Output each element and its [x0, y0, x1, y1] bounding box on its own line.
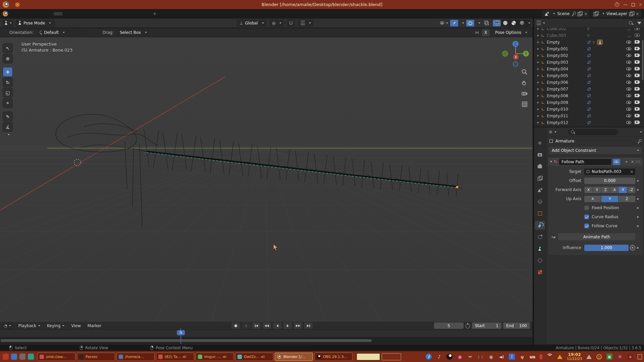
- navigation-gizmo[interactable]: Z Y X: [500, 39, 531, 69]
- hide-viewport-icon[interactable]: [626, 61, 631, 64]
- outliner-row[interactable]: ∟ Empty.003 ∅ ▽ ▽: [534, 59, 644, 66]
- panel-expand-icon[interactable]: [550, 161, 552, 163]
- pivot-dropdown[interactable]: ◎: [269, 19, 284, 27]
- tool-rotate[interactable]: ↻: [3, 77, 13, 87]
- timeline-editor-button[interactable]: ◔: [2, 322, 13, 329]
- indicator-tray-icon[interactable]: ●: [457, 354, 463, 360]
- animate-follow-dot[interactable]: [637, 225, 639, 227]
- hide-viewport-icon[interactable]: [626, 108, 631, 111]
- forward-x[interactable]: X: [584, 187, 593, 193]
- workspace-tab[interactable]: [97, 12, 106, 15]
- outliner-filter-icon[interactable]: [637, 22, 641, 24]
- pager-empty[interactable]: [382, 353, 401, 360]
- hide-viewport-icon[interactable]: [626, 114, 631, 117]
- launcher-icon-3[interactable]: [19, 354, 25, 360]
- workspace-tab[interactable]: [80, 12, 89, 15]
- outliner-scrollbar[interactable]: [642, 40, 643, 80]
- timeline-menu-item[interactable]: Playback: [15, 322, 44, 329]
- render-disabled-icon[interactable]: [635, 28, 639, 30]
- constraint-header[interactable]: ↻ Follow Path ⠿⠿: [548, 158, 643, 166]
- scene-selector[interactable]: Scene: [542, 10, 590, 17]
- mic-muted-tray-icon[interactable]: ●: [488, 354, 494, 360]
- disable-render-icon[interactable]: [635, 114, 639, 117]
- tab-world[interactable]: [535, 197, 545, 206]
- warning-tray-icon[interactable]: [557, 355, 562, 359]
- obs-tray-icon[interactable]: [446, 354, 452, 360]
- new-scene-icon[interactable]: [578, 11, 582, 16]
- outliner-row[interactable]: ∟ Empty.004 ∅ ▽ ▽: [534, 66, 644, 72]
- hidden-viewport-icon[interactable]: [627, 28, 631, 30]
- outliner-row[interactable]: ∟ Empty.005 ∅ ▽ ▽: [534, 72, 644, 79]
- tab-object[interactable]: [535, 209, 545, 218]
- outliner-row[interactable]: ∟ Empty.010 ∅ ▽ ▽: [534, 106, 644, 113]
- expand-icon[interactable]: [537, 115, 539, 117]
- workspace-tab[interactable]: [62, 12, 71, 15]
- expand-icon[interactable]: [537, 41, 539, 43]
- expand-icon[interactable]: [537, 61, 539, 63]
- shading-wireframe-button[interactable]: [493, 20, 501, 26]
- animate-fixed-dot[interactable]: [637, 207, 639, 209]
- close-icon[interactable]: [639, 3, 642, 6]
- tool-transform[interactable]: ⌖: [3, 98, 13, 108]
- archive-tray-icon[interactable]: a: [627, 354, 633, 360]
- constraint-enable-toggle[interactable]: [613, 159, 620, 165]
- render-disabled-icon[interactable]: [635, 34, 639, 37]
- hide-viewport-icon[interactable]: [626, 74, 631, 77]
- disable-render-icon[interactable]: [635, 80, 639, 84]
- drag-handle-icon[interactable]: ⠿⠿: [636, 160, 641, 164]
- tool-select-box[interactable]: ↖: [3, 43, 13, 53]
- workspace-tab[interactable]: [106, 12, 115, 15]
- constraint-extras-dropdown[interactable]: [622, 159, 629, 165]
- pan-hand-icon[interactable]: [521, 79, 528, 86]
- disable-render-icon[interactable]: [635, 94, 639, 97]
- end-frame-field[interactable]: End100: [503, 322, 530, 329]
- zoom-icon[interactable]: [521, 69, 528, 75]
- pin-id-icon[interactable]: [637, 139, 641, 143]
- outliner-row[interactable]: ∟ Empty ∅ ▽ ▽: [534, 39, 644, 46]
- expand-icon[interactable]: [537, 28, 539, 30]
- workspace-tab[interactable]: [123, 12, 132, 15]
- tab-viewlayer[interactable]: [535, 174, 545, 183]
- disable-render-icon[interactable]: [635, 87, 639, 90]
- current-frame-field[interactable]: 5: [434, 322, 464, 329]
- disable-render-icon[interactable]: [635, 107, 639, 111]
- forward-y[interactable]: Y: [593, 187, 601, 193]
- viewport-menu-item[interactable]: [65, 22, 73, 24]
- expand-icon[interactable]: [537, 81, 539, 83]
- properties-editor-icon[interactable]: ⚙: [549, 130, 556, 134]
- tab-render[interactable]: [535, 150, 545, 159]
- forward-neg-z[interactable]: -Z: [627, 187, 636, 193]
- shape-tray-icon[interactable]: [586, 355, 592, 359]
- taskbar-window-button[interactable]: Imgur: ...: [196, 353, 234, 361]
- hide-viewport-icon[interactable]: [626, 54, 631, 57]
- toolbar-expand[interactable]: [3, 132, 13, 137]
- menu-item[interactable]: [26, 12, 34, 15]
- expand-icon[interactable]: [537, 68, 539, 70]
- expand-icon[interactable]: [537, 88, 539, 90]
- shading-dropdown[interactable]: [526, 21, 530, 25]
- workspace-tab[interactable]: [54, 12, 62, 15]
- viewlayer-selector[interactable]: ViewLayer: [591, 10, 641, 17]
- tab-tool[interactable]: ⚙: [535, 139, 545, 147]
- scissors-tray-icon[interactable]: ✂: [467, 354, 473, 360]
- snap-settings-dropdown[interactable]: [298, 19, 314, 27]
- timeline-track[interactable]: [0, 337, 533, 344]
- pin-icon[interactable]: [572, 11, 576, 16]
- expand-icon[interactable]: [537, 108, 539, 110]
- menu-item[interactable]: [34, 12, 41, 15]
- hide-viewport-icon[interactable]: [626, 87, 631, 90]
- new-viewlayer-icon[interactable]: [629, 11, 634, 16]
- hide-viewport-icon[interactable]: [626, 94, 631, 97]
- pose-options-dropdown[interactable]: Pose Options: [492, 29, 530, 36]
- animate-radius-dot[interactable]: [637, 216, 639, 218]
- gizmos-dropdown[interactable]: [460, 21, 464, 25]
- up-z[interactable]: Z: [619, 196, 635, 202]
- remove-viewlayer-icon[interactable]: [636, 12, 639, 15]
- delete-constraint-icon[interactable]: [631, 160, 634, 163]
- expand-icon[interactable]: [537, 122, 539, 124]
- viewport-menu-item[interactable]: [57, 22, 65, 24]
- jump-start-button[interactable]: [252, 322, 261, 329]
- orientation-setting-dropdown[interactable]: ⤹ Default: [37, 29, 87, 36]
- animate-offset-dot[interactable]: [637, 180, 639, 182]
- clear-target-icon[interactable]: [630, 170, 633, 173]
